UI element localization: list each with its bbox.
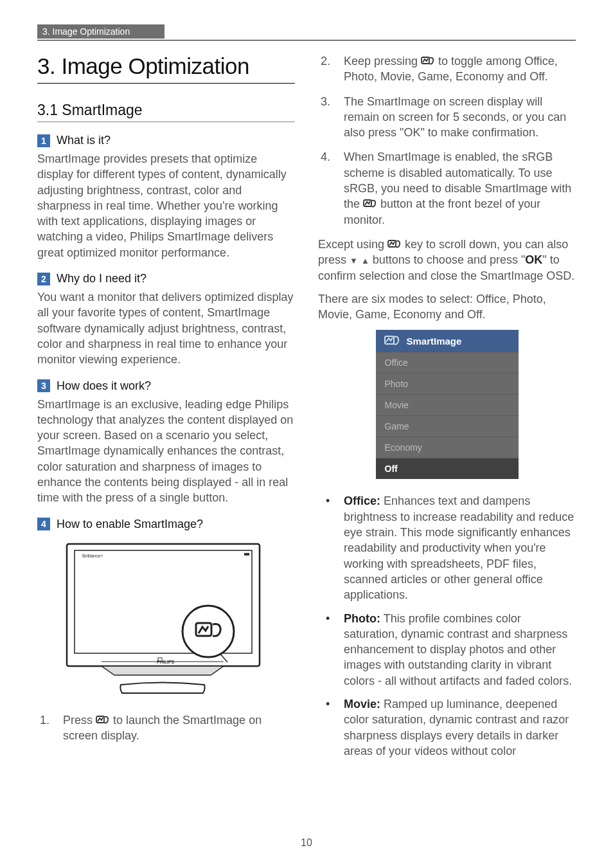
- paragraph-how-works: SmartImage is an exclusive, leading edge…: [37, 397, 295, 506]
- callout-4: 4 How to enable SmartImage?: [37, 518, 295, 531]
- section-heading: 3.1 SmartImage: [37, 102, 295, 122]
- callout-1-label: What is it?: [57, 134, 111, 147]
- step-3: The SmartImage on screen display will re…: [318, 94, 576, 141]
- right-column: Keep pressing to toggle among Office, Ph…: [318, 53, 576, 766]
- arrow-up-icon: ▲: [361, 256, 369, 266]
- callout-4-label: How to enable SmartImage?: [57, 518, 203, 531]
- osd-item-movie: Movie: [376, 394, 519, 415]
- paragraph-why-need: You want a monitor that delivers optimiz…: [37, 289, 295, 367]
- osd-item-photo: Photo: [376, 373, 519, 394]
- svg-rect-3: [244, 553, 249, 556]
- smartimage-icon: [96, 714, 110, 726]
- callout-2-num: 2: [37, 273, 50, 285]
- smartimage-icon: [421, 55, 435, 67]
- bullet-photo: Photo: This profile combines color satur…: [318, 611, 576, 689]
- callout-2: 2 Why do I need it?: [37, 272, 295, 285]
- callout-1-num: 1: [37, 134, 50, 147]
- running-head: 3. Image Optimization: [37, 24, 164, 39]
- left-column: 3. Image Optimization 3.1 SmartImage 1 W…: [37, 53, 295, 766]
- callout-3: 3 How does it work?: [37, 379, 295, 393]
- osd-item-off: Off: [376, 458, 519, 479]
- except-paragraph: Except using key to scroll down, you can…: [318, 237, 576, 284]
- smartimage-icon: [363, 198, 377, 210]
- mode-bullets: Office: Enhances text and dampens bright…: [318, 493, 576, 759]
- step-4: When SmartImage is enabled, the sRGB sch…: [318, 149, 576, 227]
- modes-intro: There are six modes to select: Office, P…: [318, 291, 576, 323]
- callout-1: 1 What is it?: [37, 134, 295, 147]
- osd-header: SmartImage: [376, 330, 519, 352]
- step-1: Press to launch the SmartImage on screen…: [37, 712, 295, 744]
- svg-rect-14: [385, 336, 394, 344]
- steps-list-right: Keep pressing to toggle among Office, Ph…: [318, 53, 576, 228]
- steps-list-left: Press to launch the SmartImage on screen…: [37, 712, 295, 744]
- osd-item-game: Game: [376, 415, 519, 437]
- callout-3-label: How does it work?: [57, 379, 151, 393]
- osd-menu: SmartImage OfficePhotoMovieGameEconomyOf…: [376, 330, 519, 479]
- callout-4-num: 4: [37, 518, 50, 530]
- bullet-movie: Movie: Ramped up luminance, deepened col…: [318, 696, 576, 759]
- paragraph-what-is-it: SmartImage provides presets that optimiz…: [37, 151, 295, 260]
- smartimage-icon: [384, 334, 400, 348]
- page-number: 10: [0, 837, 613, 849]
- osd-item-office: Office: [376, 352, 519, 373]
- step-2: Keep pressing to toggle among Office, Ph…: [318, 53, 576, 85]
- smartimage-icon: [387, 239, 402, 250]
- arrow-down-icon: ▼: [350, 256, 358, 266]
- svg-text:Brilliance+: Brilliance+: [82, 554, 103, 558]
- osd-item-economy: Economy: [376, 437, 519, 458]
- callout-2-label: Why do I need it?: [57, 272, 147, 285]
- osd-title: SmartImage: [407, 336, 462, 347]
- callout-3-num: 3: [37, 379, 50, 392]
- head-rule: [37, 40, 576, 41]
- page-title: 3. Image Optimization: [37, 53, 295, 84]
- bullet-office: Office: Enhances text and dampens bright…: [318, 493, 576, 602]
- monitor-illustration: Brilliance+ PHILIPS: [63, 540, 269, 700]
